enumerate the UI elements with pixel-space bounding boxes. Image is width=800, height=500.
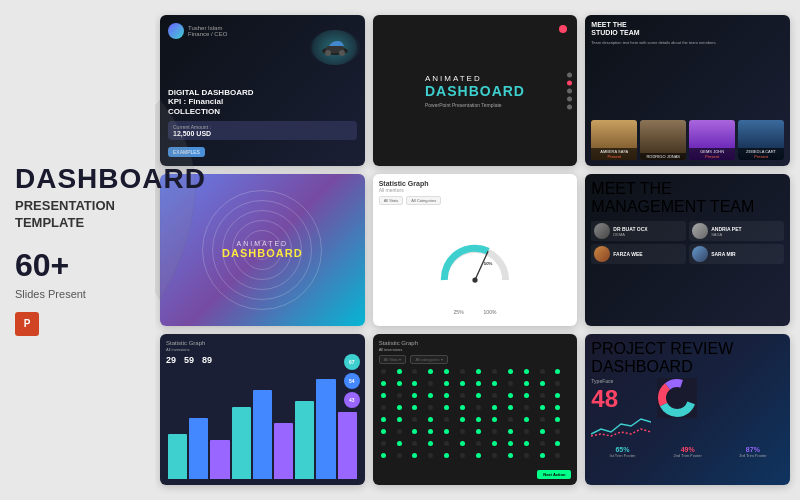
slide-animated-gradient[interactable]: ANIMATED DASHBOARD — [160, 174, 365, 325]
typeFace-label: TypeFace — [591, 378, 651, 384]
mgmt-name-3: FARZA WEE — [613, 251, 642, 257]
dot-2-2 — [412, 393, 417, 398]
slide-management-team[interactable]: MEET THEMANAGEMENT TEAM DR BUAT OCX DEMA… — [585, 174, 790, 325]
dot-5-7 — [492, 429, 497, 434]
dashboard-subtitle: PRESENTATIONTEMPLATE — [15, 198, 140, 232]
dot-0-8 — [508, 369, 513, 374]
mgmt-info-1: DR BUAT OCX DEMA — [613, 226, 647, 237]
dot-filter-2[interactable]: All categories ▾ — [410, 355, 447, 364]
dot-action-row: Next Action — [379, 470, 572, 479]
slides-count-section: 60+ Slides Present — [15, 247, 140, 302]
dot-4-9 — [524, 417, 529, 422]
mgmt-info-3: FARZA WEE — [613, 251, 642, 257]
stat-num-1: 29 — [166, 355, 176, 365]
side-icon-2 — [567, 80, 572, 85]
dot-5-5 — [460, 429, 465, 434]
examples-button[interactable]: EXAMPLES — [168, 147, 205, 157]
photo-label-2: RODRIGO JONAS — [640, 153, 686, 160]
dot-6-5 — [460, 441, 465, 446]
dot-0-6 — [476, 369, 481, 374]
dot-0-2 — [412, 369, 417, 374]
dot-4-3 — [428, 417, 433, 422]
dot-5-4 — [444, 429, 449, 434]
side-icon-4 — [567, 96, 572, 101]
dot-1-0 — [381, 381, 386, 386]
dot-1-2 — [412, 381, 417, 386]
gauge-container: 50% 25% 100% — [379, 205, 572, 319]
dot-2-4 — [444, 393, 449, 398]
dot-1-9 — [524, 381, 529, 386]
dot-7-1 — [397, 453, 402, 458]
mgmt-name-2: ANDRIA PET — [711, 226, 741, 232]
bar-stat-header: Statistic GraphAll inversions — [166, 340, 359, 352]
stat-label-3: 3rd Trim Footer — [722, 453, 784, 458]
dot-0-3 — [428, 369, 433, 374]
car-icon — [320, 39, 350, 57]
stat-num-2: 59 — [184, 355, 194, 365]
left-section: TypeFace 48 — [591, 378, 651, 443]
mgmt-avatar-3 — [594, 246, 610, 262]
dot-4-11 — [555, 417, 560, 422]
dot-2-10 — [540, 393, 545, 398]
dot-4-0 — [381, 417, 386, 422]
dot-5-2 — [412, 429, 417, 434]
slides-label: Slides Present — [15, 288, 86, 300]
dot-5-10 — [540, 429, 545, 434]
dot-7-6 — [476, 453, 481, 458]
dot-1-1 — [397, 381, 402, 386]
dot-4-7 — [492, 417, 497, 422]
dot-7-5 — [460, 453, 465, 458]
filter-row: All Stats All Categories — [379, 196, 572, 205]
slide-studio-team[interactable]: MEET THESTUDIO TEAM Team description tex… — [585, 15, 790, 166]
dot-0-5 — [460, 369, 465, 374]
stat-val-1: 65% — [591, 446, 653, 453]
slide-statistic-gauge[interactable]: Statistic Graph All mentors All Stats Al… — [373, 174, 578, 325]
mgmt-avatar-2 — [692, 223, 708, 239]
mgmt-member-4: SARA MIR — [689, 244, 784, 264]
studio-team-desc: Team description text here with some det… — [591, 40, 784, 45]
gauge-chart: 50% — [440, 240, 510, 285]
dot-6-8 — [508, 441, 513, 446]
dot-7-0 — [381, 453, 386, 458]
dot-6-10 — [540, 441, 545, 446]
side-icon-5 — [567, 104, 572, 109]
slide-project-review[interactable]: PROJECT REVIEW DASHBOARD TypeFace 48 — [585, 334, 790, 485]
dot-7-2 — [412, 453, 417, 458]
amount-box: Current Amount : 12,500 USD — [168, 121, 357, 140]
stat-numbers: 29 59 89 — [166, 355, 359, 365]
mgmt-avatar-4 — [692, 246, 708, 262]
dot-6-4 — [444, 441, 449, 446]
dot-1-11 — [555, 381, 560, 386]
stat-label-1: Ist Trim Footer — [591, 453, 653, 458]
dot-2-11 — [555, 393, 560, 398]
bar-4 — [232, 407, 251, 479]
svg-point-7 — [325, 50, 331, 56]
slide-bar-chart[interactable]: Statistic GraphAll inversions 29 59 89 6… — [160, 334, 365, 485]
stat-num-3: 89 — [202, 355, 212, 365]
dot-indicator — [559, 25, 567, 33]
photo-label-4: ZEBEDLA CARTPresent — [738, 148, 784, 160]
slide-animated-dashboard[interactable]: ANIMATED DASHBOARD PowerPoint Presentati… — [373, 15, 578, 166]
slide-digital-dashboard[interactable]: Tusher IslamFinance / CEO DIGITAL DASHBO… — [160, 15, 365, 166]
dot-3-4 — [444, 405, 449, 410]
dot-3-3 — [428, 405, 433, 410]
dot-3-10 — [540, 405, 545, 410]
dot-4-6 — [476, 417, 481, 422]
avatar — [168, 23, 184, 39]
dashboard-kpi-title: DIGITAL DASHBOARDKPI : FinancialCOLLECTI… — [168, 88, 357, 117]
slide-dot-matrix[interactable]: Statistic GraphAll inversions All Stats … — [373, 334, 578, 485]
mgmt-team-grid: DR BUAT OCX DEMA ANDRIA PET SAGA FARZA W… — [591, 221, 784, 264]
side-icons — [567, 72, 572, 109]
dot-2-9 — [524, 393, 529, 398]
project-main: TypeFace 48 — [591, 378, 784, 443]
mgmt-name-1: DR BUAT OCX — [613, 226, 647, 232]
svg-text:50%: 50% — [484, 261, 493, 266]
mgmt-name-4: SARA MIR — [711, 251, 736, 257]
filter-all-stats[interactable]: All Stats — [379, 196, 404, 205]
dot-3-1 — [397, 405, 402, 410]
mgmt-member-3: FARZA WEE — [591, 244, 686, 264]
next-action-button[interactable]: Next Action — [537, 470, 571, 479]
filter-all-categories[interactable]: All Categories — [406, 196, 441, 205]
dot-filter-1[interactable]: All Stats ▾ — [379, 355, 407, 364]
dot-4-5 — [460, 417, 465, 422]
